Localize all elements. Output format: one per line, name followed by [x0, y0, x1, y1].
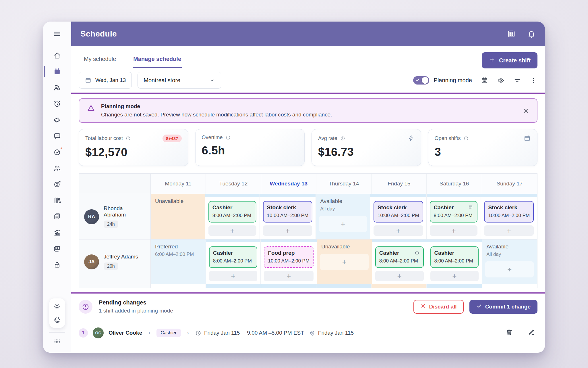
add-shift-strip[interactable]: + [374, 225, 423, 236]
sidebar-item-target[interactable] [52, 180, 62, 189]
schedule-cell-day-4[interactable]: Cashier 8:00 AM–2:00 PM + [372, 239, 427, 284]
sidebar-item-books[interactable] [52, 196, 62, 205]
schedule-cell-day-4[interactable]: Stock clerk 10:00 AM–2:00 PM + [370, 194, 427, 239]
info-icon[interactable] [225, 135, 231, 140]
apps-dots-icon[interactable] [53, 337, 61, 346]
create-shift-button[interactable]: Create shift [482, 52, 537, 68]
add-shift-box[interactable]: + [319, 216, 367, 232]
pencil-icon[interactable] [527, 328, 535, 338]
pencil-icon [527, 328, 535, 336]
trash-icon[interactable] [505, 328, 513, 338]
sidebar-item-calendar[interactable] [52, 67, 62, 76]
date-picker[interactable]: Wed, Jan 13 [79, 72, 132, 89]
tab-manage-schedule[interactable]: Manage schedule [133, 53, 182, 68]
sidebar-item-payroll[interactable] [52, 244, 62, 253]
active-indicator [44, 66, 45, 77]
employee-name: Rhonda Abraham [104, 205, 145, 218]
shift-date-label: Friday Jan 115 [204, 330, 240, 336]
sidebar-item-check-circle[interactable] [52, 147, 62, 156]
schedule-cell-day-0[interactable]: Preferred6:00 AM–2:00 PM [151, 239, 206, 284]
sidebar-item-bar-chart[interactable] [52, 228, 62, 237]
close-icon[interactable] [523, 107, 529, 114]
add-shift-strip[interactable]: + [264, 271, 314, 281]
add-shift-strip[interactable]: + [375, 271, 424, 281]
sidebar-item-home[interactable] [52, 51, 62, 60]
notification-dot [60, 147, 63, 150]
schedule-cell-day-2[interactable]: Food prep 10:00 AM–2:00 PM + [261, 239, 317, 284]
pending-title: Pending changes [99, 299, 173, 306]
sidebar-item-users-status[interactable] [52, 83, 62, 92]
menu-icon[interactable] [53, 30, 61, 39]
filter-icon[interactable] [513, 76, 521, 84]
add-shift-strip[interactable]: + [484, 225, 534, 236]
sidebar-item-alarm-clock[interactable] [52, 99, 62, 108]
shift-card[interactable]: Cashier 8:00 AM–2:00 PM [430, 246, 479, 268]
schedule-cell-day-5[interactable]: Cashier 8:00 AM–2:00 PM + [427, 239, 482, 284]
calendar-icon [523, 135, 531, 142]
employee-cell[interactable]: RA Rhonda Abraham 24h [79, 194, 151, 239]
apps-grid-icon[interactable] [507, 30, 516, 38]
add-shift-strip[interactable]: + [263, 225, 313, 236]
planning-mode-toggle[interactable] [413, 76, 429, 85]
schedule-cell-day-1[interactable]: Cashier 8:00 AM–2:00 PM + [206, 239, 261, 284]
add-shift-strip[interactable]: + [430, 271, 479, 281]
shift-card[interactable]: Stock clerk 10:00 AM–2:00 PM [374, 201, 423, 223]
info-icon[interactable] [125, 136, 131, 141]
bell-icon[interactable] [527, 30, 536, 38]
sidebar-item-chat[interactable] [52, 131, 62, 140]
banner-title: Planning mode [101, 103, 332, 110]
add-shift-box[interactable]: + [320, 254, 369, 270]
planning-banner: Planning mode Changes are not saved. Pre… [79, 98, 537, 123]
shift-role: Stock clerk [378, 204, 419, 211]
payroll-icon [53, 245, 61, 253]
info-icon[interactable] [340, 136, 345, 141]
theme-sun-button[interactable] [52, 302, 62, 310]
schedule-cell-day-6[interactable]: AvailableAll day+ [482, 239, 537, 284]
shift-card[interactable]: Stock clerk 10:00 AM–2:00 PM [484, 201, 534, 223]
shift-card[interactable]: Cashier 8:00 AM–2:00 PM [430, 201, 478, 223]
shift-card[interactable]: Cashier 8:00 AM–2:00 PM [208, 201, 256, 223]
employee-cell[interactable]: JA Jeffrey Adams 20h [79, 239, 151, 284]
sidebar-item-megaphone[interactable] [52, 115, 62, 124]
add-shift-strip[interactable]: + [430, 225, 478, 236]
sidebar-nav [52, 51, 62, 269]
users-status-icon [53, 84, 61, 92]
theme-switcher [49, 298, 65, 328]
discard-all-button[interactable]: Discard all [413, 300, 464, 314]
add-shift-box[interactable]: + [485, 261, 534, 277]
shift-card[interactable]: Cashier 8:00 AM–2:00 PM [375, 246, 424, 268]
sidebar-item-documents[interactable] [52, 212, 62, 221]
chevron-down-icon [209, 77, 215, 83]
shift-role: Cashier [379, 250, 420, 256]
sidebar-item-users[interactable] [52, 164, 62, 172]
theme-moon-button[interactable] [52, 316, 62, 324]
kebab-icon[interactable] [530, 76, 537, 84]
availability-band [261, 239, 317, 242]
schedule-cell-day-3[interactable]: AvailableAll day+ [316, 194, 370, 239]
calendar-marks-icon[interactable] [481, 76, 488, 84]
schedule-cell-day-2[interactable]: Stock clerk 10:00 AM–2:00 PM + [260, 194, 316, 239]
schedule-cell-day-5[interactable]: Cashier 8:00 AM–2:00 PM + [427, 194, 481, 239]
info-icon[interactable] [463, 136, 469, 141]
shift-card[interactable]: Food prep 10:00 AM–2:00 PM [264, 246, 314, 268]
employee-name[interactable]: Oliver Cooke [109, 330, 142, 336]
sidebar-item-lock[interactable] [52, 260, 62, 269]
commit-button[interactable]: Commit 1 change [469, 300, 537, 314]
add-shift-strip[interactable]: + [209, 271, 258, 281]
calendar-icon [523, 135, 531, 142]
schedule-cell-day-3[interactable]: Unavailable+ [317, 239, 372, 284]
shift-card[interactable]: Stock clerk 10:00 AM–2:00 PM [263, 201, 313, 223]
schedule-cell-day-1[interactable]: Cashier 8:00 AM–2:00 PM + [205, 194, 260, 239]
app-header: Schedule [71, 22, 545, 46]
shift-location: Friday Jan 115 [309, 330, 354, 336]
availability-sublabel: 6:00 AM–2:00 PM [154, 250, 202, 257]
eye-icon[interactable] [497, 76, 505, 84]
shift-card[interactable]: Cashier 8:00 AM–2:00 PM [209, 246, 258, 268]
store-select[interactable]: Montreal store [138, 72, 221, 89]
megaphone-icon [53, 116, 61, 124]
schedule-cell-day-6[interactable]: Stock clerk 10:00 AM–2:00 PM + [481, 194, 537, 239]
add-shift-strip[interactable]: + [208, 225, 256, 236]
schedule-cell-day-0[interactable]: Unavailable [151, 194, 205, 239]
tab-my-schedule[interactable]: My schedule [83, 53, 117, 68]
day-header-1: Tuesday 12 [206, 174, 261, 194]
